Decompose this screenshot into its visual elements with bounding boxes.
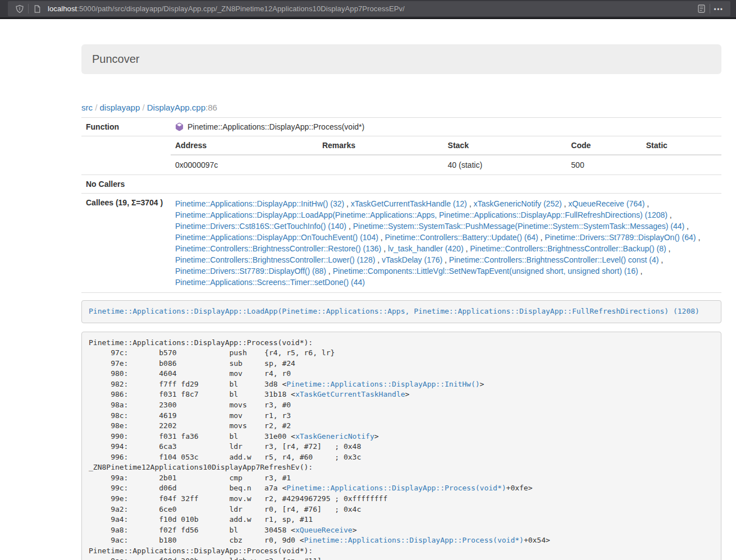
url-path: :5000/path/src/displayapp/DisplayApp.cpp… xyxy=(77,4,405,13)
browser-toolbar: localhost:5000/path/src/displayapp/Displ… xyxy=(0,0,736,19)
app-title[interactable]: Puncover xyxy=(92,53,140,65)
shield-icon[interactable] xyxy=(12,1,27,16)
callees-cell: Pinetime::Applications::DisplayApp::Init… xyxy=(171,194,721,293)
callee-separator: , xyxy=(375,255,382,264)
stats-table: AddressRemarksStackCodeStatic 0x0000097c… xyxy=(171,136,721,175)
callee-separator: , xyxy=(381,244,388,253)
code-symbol-link[interactable]: Pinetime::Applications::DisplayApp::Proc… xyxy=(304,536,524,544)
stats-header: Address xyxy=(171,136,318,155)
callee-separator: , xyxy=(644,199,649,208)
callee-separator: , xyxy=(696,233,701,242)
callee-link[interactable]: lv_task_handler (420) xyxy=(388,244,464,253)
stats-header-row: AddressRemarksStackCodeStatic xyxy=(171,136,721,155)
callee-link[interactable]: Pinetime::Controllers::BrightnessControl… xyxy=(470,244,666,253)
breadcrumb-separator: / xyxy=(93,103,100,112)
breadcrumb-line-number: :86 xyxy=(205,103,217,112)
callee-separator: , xyxy=(538,233,545,242)
urlbar-divider xyxy=(28,4,29,13)
function-label: Function xyxy=(81,118,171,136)
url-domain: localhost xyxy=(48,4,77,13)
reader-mode-icon[interactable] xyxy=(694,1,708,16)
callee-separator: , xyxy=(562,199,569,208)
callee-separator: , xyxy=(666,244,671,253)
stats-value: 500 xyxy=(566,155,641,175)
callee-link[interactable]: Pinetime::System::SystemTask::PushMessag… xyxy=(353,222,685,231)
breadcrumb-link[interactable]: src xyxy=(81,103,93,112)
highlight-symbol-box: Pinetime::Applications::DisplayApp::Load… xyxy=(81,300,721,323)
callee-link[interactable]: xTaskGenericNotify (252) xyxy=(473,199,561,208)
function-table: Function Pinetime::Applications::Display… xyxy=(81,117,721,293)
stats-value xyxy=(318,155,444,175)
callee-separator: , xyxy=(659,255,663,264)
callee-separator: , xyxy=(346,222,353,231)
stats-value-row: 0x0000097c40 (static)500 xyxy=(171,155,721,175)
callee-separator: , xyxy=(378,233,385,242)
callee-separator: , xyxy=(467,199,474,208)
stats-row-container: AddressRemarksStackCodeStatic 0x0000097c… xyxy=(81,136,721,175)
callee-link[interactable]: Pinetime::Applications::DisplayApp::OnTo… xyxy=(175,233,378,242)
callee-link[interactable]: Pinetime::Components::LittleVgl::SetNewT… xyxy=(333,267,638,276)
disassembly-box: Pinetime::Applications::DisplayApp::Proc… xyxy=(81,332,721,560)
callee-link[interactable]: xQueueReceive (764) xyxy=(568,199,644,208)
stats-value: 0x0000097c xyxy=(171,155,318,175)
breadcrumb-link[interactable]: displayapp xyxy=(100,103,140,112)
callee-link[interactable]: Pinetime::Applications::DisplayApp::Init… xyxy=(175,199,344,208)
code-symbol-link[interactable]: xTaskGenericNotify xyxy=(295,432,374,440)
callee-link[interactable]: Pinetime::Controllers::Battery::Update()… xyxy=(385,233,538,242)
no-callers-row: No Callers xyxy=(81,175,721,194)
callee-link[interactable]: vTaskDelay (176) xyxy=(382,255,442,264)
package-icon xyxy=(175,122,184,131)
stats-header: Static xyxy=(642,136,721,155)
callee-separator: , xyxy=(326,267,333,276)
callee-link[interactable]: Pinetime::Applications::Screens::Timer::… xyxy=(175,278,365,287)
callee-separator: , xyxy=(638,267,643,276)
code-symbol-link[interactable]: xTaskGetCurrentTaskHandle xyxy=(295,390,405,398)
callee-link[interactable]: xTaskGetCurrentTaskHandle (12) xyxy=(351,199,467,208)
callee-link[interactable]: Pinetime::Drivers::Cst816S::GetTouchInfo… xyxy=(175,222,346,231)
breadcrumb-separator: / xyxy=(140,103,147,112)
stats-header: Remarks xyxy=(318,136,444,155)
stats-header: Code xyxy=(566,136,641,155)
highlight-symbol-link[interactable]: Pinetime::Applications::DisplayApp::Load… xyxy=(89,307,700,315)
callee-link[interactable]: Pinetime::Applications::DisplayApp::Load… xyxy=(175,210,668,219)
url-text[interactable]: localhost:5000/path/src/displayapp/Displ… xyxy=(48,4,694,13)
callee-link[interactable]: Pinetime::Controllers::BrightnessControl… xyxy=(175,255,375,264)
page-actions-icon[interactable]: ••• xyxy=(711,1,726,17)
callee-link[interactable]: Pinetime::Drivers::St7789::DisplayOff() … xyxy=(175,267,326,276)
function-row: Function Pinetime::Applications::Display… xyxy=(81,118,721,136)
code-symbol-link[interactable]: xQueueReceive xyxy=(295,526,353,534)
callee-separator: , xyxy=(442,255,449,264)
no-callers-label: No Callers xyxy=(81,175,171,194)
callee-link[interactable]: Pinetime::Controllers::BrightnessControl… xyxy=(449,255,659,264)
stats-value xyxy=(642,155,721,175)
function-name: Pinetime::Applications::DisplayApp::Proc… xyxy=(188,122,364,131)
breadcrumb: src / displayapp / DisplayApp.cpp:86 xyxy=(81,103,721,112)
breadcrumb-link[interactable]: DisplayApp.cpp xyxy=(147,103,205,112)
app-header: Puncover xyxy=(81,44,721,74)
callees-label: Callees (19, Σ=3704 ) xyxy=(81,194,171,293)
stats-value: 40 (static) xyxy=(444,155,567,175)
callee-separator: , xyxy=(684,222,689,231)
callee-separator: , xyxy=(464,244,470,253)
urlbar[interactable]: localhost:5000/path/src/displayapp/Displ… xyxy=(8,1,730,16)
callee-link[interactable]: Pinetime::Drivers::St7789::DisplayOn() (… xyxy=(545,233,696,242)
callee-link[interactable]: Pinetime::Controllers::BrightnessControl… xyxy=(175,244,381,253)
stats-header: Stack xyxy=(444,136,567,155)
callee-separator: , xyxy=(668,210,672,219)
code-symbol-link[interactable]: Pinetime::Applications::DisplayApp::Init… xyxy=(286,380,479,388)
page-icon xyxy=(30,1,44,16)
callees-row: Callees (19, Σ=3704 ) Pinetime::Applicat… xyxy=(81,194,721,293)
urlbar-divider xyxy=(710,4,710,13)
page-container: Puncover src / displayapp / DisplayApp.c… xyxy=(81,44,721,560)
code-symbol-link[interactable]: Pinetime::Applications::DisplayApp::Proc… xyxy=(286,484,506,492)
callee-separator: , xyxy=(344,199,351,208)
